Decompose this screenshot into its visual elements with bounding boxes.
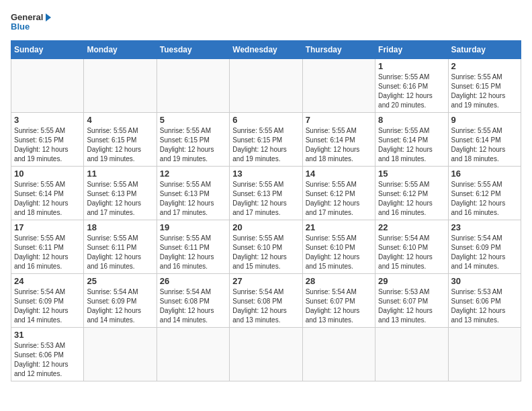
calendar-day-cell: 11Sunrise: 5:55 AM Sunset: 6:13 PM Dayli… xyxy=(84,167,157,220)
day-number: 10 xyxy=(14,169,81,179)
day-info: Sunrise: 5:55 AM Sunset: 6:16 PM Dayligh… xyxy=(378,73,445,110)
calendar-day-cell: 18Sunrise: 5:55 AM Sunset: 6:11 PM Dayli… xyxy=(84,220,157,274)
day-number: 28 xyxy=(306,276,372,286)
day-number: 1 xyxy=(378,61,445,71)
calendar-day-cell: 2Sunrise: 5:55 AM Sunset: 6:15 PM Daylig… xyxy=(448,59,521,113)
day-number: 3 xyxy=(14,115,81,125)
day-number: 15 xyxy=(378,169,445,179)
day-number: 11 xyxy=(87,169,153,179)
calendar-day-cell xyxy=(448,328,521,381)
day-number: 6 xyxy=(232,115,299,125)
day-info: Sunrise: 5:55 AM Sunset: 6:12 PM Dayligh… xyxy=(306,180,372,218)
calendar-day-cell: 9Sunrise: 5:55 AM Sunset: 6:14 PM Daylig… xyxy=(448,113,521,167)
day-number: 17 xyxy=(14,222,81,232)
calendar-day-cell: 6Sunrise: 5:55 AM Sunset: 6:15 PM Daylig… xyxy=(230,113,302,167)
day-info: Sunrise: 5:55 AM Sunset: 6:11 PM Dayligh… xyxy=(87,234,153,271)
day-number: 18 xyxy=(87,222,153,232)
day-header-friday: Friday xyxy=(375,41,448,59)
header: General Blue xyxy=(11,11,521,35)
day-number: 25 xyxy=(87,276,153,286)
day-info: Sunrise: 5:55 AM Sunset: 6:11 PM Dayligh… xyxy=(160,234,226,271)
day-info: Sunrise: 5:55 AM Sunset: 6:14 PM Dayligh… xyxy=(306,126,372,164)
day-header-monday: Monday xyxy=(84,41,157,59)
day-number: 26 xyxy=(160,276,226,286)
calendar-day-cell xyxy=(84,59,157,113)
day-header-saturday: Saturday xyxy=(448,41,521,59)
calendar-day-cell: 5Sunrise: 5:55 AM Sunset: 6:15 PM Daylig… xyxy=(157,113,229,167)
day-info: Sunrise: 5:55 AM Sunset: 6:10 PM Dayligh… xyxy=(306,234,372,271)
calendar-day-cell xyxy=(230,328,302,381)
calendar-day-cell xyxy=(11,59,84,113)
calendar-day-cell: 12Sunrise: 5:55 AM Sunset: 6:13 PM Dayli… xyxy=(157,167,229,220)
calendar-day-cell xyxy=(302,328,375,381)
calendar-day-cell: 15Sunrise: 5:55 AM Sunset: 6:12 PM Dayli… xyxy=(375,167,448,220)
calendar-day-cell xyxy=(157,59,229,113)
calendar-day-cell: 10Sunrise: 5:55 AM Sunset: 6:14 PM Dayli… xyxy=(11,167,84,220)
calendar-day-cell: 21Sunrise: 5:55 AM Sunset: 6:10 PM Dayli… xyxy=(302,220,375,274)
calendar-week-row: 31Sunrise: 5:53 AM Sunset: 6:06 PM Dayli… xyxy=(11,328,521,381)
day-header-thursday: Thursday xyxy=(302,41,375,59)
day-info: Sunrise: 5:53 AM Sunset: 6:07 PM Dayligh… xyxy=(378,287,445,325)
calendar-header-row: SundayMondayTuesdayWednesdayThursdayFrid… xyxy=(11,41,521,59)
calendar-body: 1Sunrise: 5:55 AM Sunset: 6:16 PM Daylig… xyxy=(11,59,521,381)
day-number: 29 xyxy=(378,276,445,286)
calendar-week-row: 17Sunrise: 5:55 AM Sunset: 6:11 PM Dayli… xyxy=(11,220,521,274)
day-info: Sunrise: 5:55 AM Sunset: 6:13 PM Dayligh… xyxy=(160,180,226,218)
calendar-day-cell: 8Sunrise: 5:55 AM Sunset: 6:14 PM Daylig… xyxy=(375,113,448,167)
day-info: Sunrise: 5:53 AM Sunset: 6:06 PM Dayligh… xyxy=(451,287,518,325)
calendar-day-cell: 29Sunrise: 5:53 AM Sunset: 6:07 PM Dayli… xyxy=(375,274,448,328)
day-info: Sunrise: 5:55 AM Sunset: 6:13 PM Dayligh… xyxy=(232,180,299,218)
day-header-tuesday: Tuesday xyxy=(157,41,229,59)
day-info: Sunrise: 5:55 AM Sunset: 6:14 PM Dayligh… xyxy=(451,126,518,164)
day-info: Sunrise: 5:55 AM Sunset: 6:14 PM Dayligh… xyxy=(14,180,81,218)
day-number: 16 xyxy=(451,169,518,179)
day-number: 4 xyxy=(87,115,153,125)
day-info: Sunrise: 5:55 AM Sunset: 6:15 PM Dayligh… xyxy=(87,126,153,164)
day-number: 9 xyxy=(451,115,518,125)
calendar-day-cell: 22Sunrise: 5:54 AM Sunset: 6:10 PM Dayli… xyxy=(375,220,448,274)
calendar-day-cell: 23Sunrise: 5:54 AM Sunset: 6:09 PM Dayli… xyxy=(448,220,521,274)
day-info: Sunrise: 5:54 AM Sunset: 6:09 PM Dayligh… xyxy=(451,234,518,271)
day-info: Sunrise: 5:54 AM Sunset: 6:07 PM Dayligh… xyxy=(306,287,372,325)
day-info: Sunrise: 5:55 AM Sunset: 6:11 PM Dayligh… xyxy=(14,234,81,271)
calendar-day-cell: 26Sunrise: 5:54 AM Sunset: 6:08 PM Dayli… xyxy=(157,274,229,328)
day-number: 8 xyxy=(378,115,445,125)
calendar-week-row: 10Sunrise: 5:55 AM Sunset: 6:14 PM Dayli… xyxy=(11,167,521,220)
calendar-week-row: 3Sunrise: 5:55 AM Sunset: 6:15 PM Daylig… xyxy=(11,113,521,167)
day-info: Sunrise: 5:55 AM Sunset: 6:15 PM Dayligh… xyxy=(451,73,518,110)
logo: General Blue xyxy=(11,11,51,35)
calendar-day-cell xyxy=(84,328,157,381)
calendar-day-cell: 19Sunrise: 5:55 AM Sunset: 6:11 PM Dayli… xyxy=(157,220,229,274)
calendar-day-cell: 24Sunrise: 5:54 AM Sunset: 6:09 PM Dayli… xyxy=(11,274,84,328)
day-info: Sunrise: 5:54 AM Sunset: 6:09 PM Dayligh… xyxy=(14,287,81,325)
day-number: 2 xyxy=(451,61,518,71)
day-info: Sunrise: 5:55 AM Sunset: 6:15 PM Dayligh… xyxy=(160,126,226,164)
day-number: 30 xyxy=(451,276,518,286)
day-number: 13 xyxy=(232,169,299,179)
day-number: 21 xyxy=(306,222,372,232)
day-info: Sunrise: 5:53 AM Sunset: 6:06 PM Dayligh… xyxy=(14,341,81,379)
calendar-table: SundayMondayTuesdayWednesdayThursdayFrid… xyxy=(11,40,521,381)
calendar-day-cell: 27Sunrise: 5:54 AM Sunset: 6:08 PM Dayli… xyxy=(230,274,302,328)
calendar-day-cell xyxy=(375,328,448,381)
svg-marker-2 xyxy=(46,13,51,21)
svg-text:General: General xyxy=(11,12,43,22)
calendar-day-cell: 7Sunrise: 5:55 AM Sunset: 6:14 PM Daylig… xyxy=(302,113,375,167)
day-number: 5 xyxy=(160,115,226,125)
calendar-day-cell: 14Sunrise: 5:55 AM Sunset: 6:12 PM Dayli… xyxy=(302,167,375,220)
day-info: Sunrise: 5:55 AM Sunset: 6:14 PM Dayligh… xyxy=(378,126,445,164)
calendar-day-cell: 30Sunrise: 5:53 AM Sunset: 6:06 PM Dayli… xyxy=(448,274,521,328)
calendar-day-cell: 25Sunrise: 5:54 AM Sunset: 6:09 PM Dayli… xyxy=(84,274,157,328)
day-header-sunday: Sunday xyxy=(11,41,84,59)
day-info: Sunrise: 5:55 AM Sunset: 6:12 PM Dayligh… xyxy=(378,180,445,218)
calendar-day-cell: 20Sunrise: 5:55 AM Sunset: 6:10 PM Dayli… xyxy=(230,220,302,274)
calendar-week-row: 24Sunrise: 5:54 AM Sunset: 6:09 PM Dayli… xyxy=(11,274,521,328)
calendar-day-cell xyxy=(230,59,302,113)
calendar-day-cell xyxy=(157,328,229,381)
day-info: Sunrise: 5:54 AM Sunset: 6:08 PM Dayligh… xyxy=(160,287,226,325)
calendar-day-cell: 13Sunrise: 5:55 AM Sunset: 6:13 PM Dayli… xyxy=(230,167,302,220)
day-number: 14 xyxy=(306,169,372,179)
calendar-week-row: 1Sunrise: 5:55 AM Sunset: 6:16 PM Daylig… xyxy=(11,59,521,113)
day-info: Sunrise: 5:54 AM Sunset: 6:08 PM Dayligh… xyxy=(232,287,299,325)
calendar-day-cell: 3Sunrise: 5:55 AM Sunset: 6:15 PM Daylig… xyxy=(11,113,84,167)
